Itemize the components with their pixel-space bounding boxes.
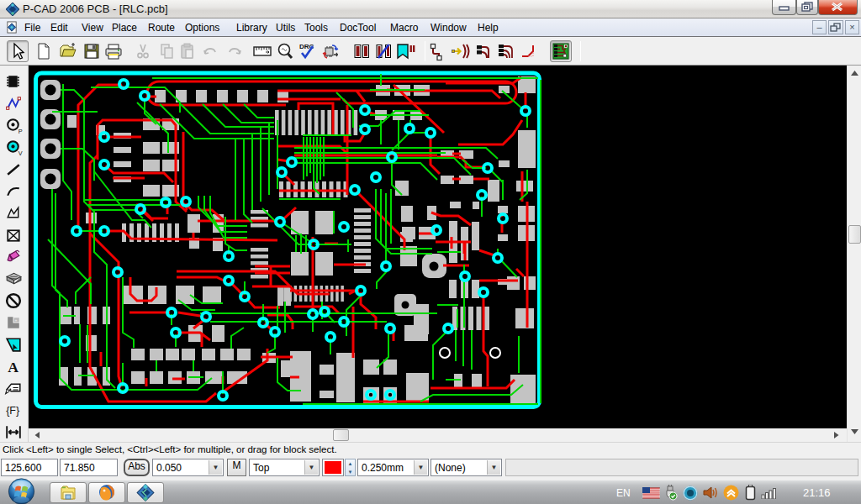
svg-text:+: + xyxy=(15,318,18,323)
svg-text:A: A xyxy=(8,359,18,375)
svg-text:V: V xyxy=(18,150,23,157)
svg-text:{F}: {F} xyxy=(6,405,19,417)
svg-text:P: P xyxy=(18,128,23,135)
